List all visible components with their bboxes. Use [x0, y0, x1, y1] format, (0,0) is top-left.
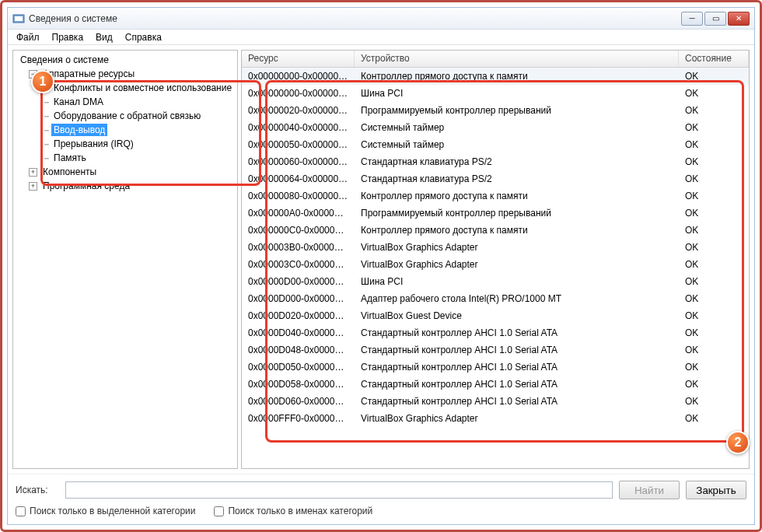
cell-device: Стандартный контроллер AHCI 1.0 Serial A…	[355, 360, 679, 374]
cell-resource: 0x0000D000-0x0000D0...	[242, 292, 355, 306]
cell-resource: 0x0000D048-0x0000D0...	[242, 343, 355, 357]
col-status[interactable]: Состояние	[679, 51, 749, 67]
tree-memory[interactable]: ⋯Память	[15, 151, 236, 165]
cell-status: OK	[679, 240, 749, 254]
minimize-button[interactable]: ─	[681, 12, 703, 26]
cell-device: Адаптер рабочего стола Intel(R) PRO/1000…	[355, 292, 679, 306]
menu-help[interactable]: Справка	[120, 30, 167, 44]
table-row[interactable]: 0x00000D00-0x0000FFFFШина PCIOK	[242, 273, 749, 290]
cell-status: OK	[679, 172, 749, 186]
cell-device: Стандартный контроллер AHCI 1.0 Serial A…	[355, 343, 679, 357]
cell-resource: 0x00000000-0x0000000F	[242, 86, 355, 100]
cell-resource: 0x00000050-0x000000...	[242, 138, 355, 152]
tree-pane[interactable]: Сведения о системе −Аппаратные ресурсы ⋯…	[12, 50, 238, 469]
table-row[interactable]: 0x0000D000-0x0000D0...Адаптер рабочего с…	[242, 290, 749, 307]
search-label: Искать:	[16, 485, 59, 495]
tree-dma[interactable]: ⋯Канал DMA	[15, 95, 236, 109]
table-row[interactable]: 0x0000FFF0-0x0000FFFFVirtualBox Graphics…	[242, 410, 749, 427]
table-row[interactable]: 0x00000000-0x0000000FКонтроллер прямого …	[242, 68, 749, 85]
table-row[interactable]: 0x00000020-0x000000...Программируемый ко…	[242, 102, 749, 119]
cell-resource: 0x0000D060-0x0000D0...	[242, 394, 355, 408]
tree-io[interactable]: ⋯Ввод-вывод	[15, 123, 236, 137]
table-row[interactable]: 0x0000D058-0x0000D0...Стандартный контро…	[242, 376, 749, 393]
cell-resource: 0x00000060-0x000000...	[242, 155, 355, 169]
cell-device: Контроллер прямого доступа к памяти	[355, 223, 679, 237]
table-row[interactable]: 0x0000D050-0x0000D0...Стандартный контро…	[242, 359, 749, 376]
expand-icon[interactable]: +	[29, 168, 37, 177]
cell-device: Контроллер прямого доступа к памяти	[355, 69, 679, 83]
cell-device: VirtualBox Graphics Adapter	[355, 411, 679, 425]
menu-view[interactable]: Вид	[90, 30, 118, 44]
cell-device: VirtualBox Graphics Adapter	[355, 257, 679, 271]
search-input[interactable]	[65, 481, 613, 499]
cell-status: OK	[679, 394, 749, 408]
app-icon	[12, 12, 25, 25]
table-pane: Ресурс Устройство Состояние 0x00000000-0…	[241, 50, 750, 469]
table-row[interactable]: 0x000000A0-0x000000...Программируемый ко…	[242, 205, 749, 222]
table-row[interactable]: 0x000003B0-0x000003...VirtualBox Graphic…	[242, 239, 749, 256]
tree-feedback[interactable]: ⋯Оборудование с обратной связью	[15, 109, 236, 123]
cell-status: OK	[679, 121, 749, 135]
cell-status: OK	[679, 343, 749, 357]
titlebar[interactable]: Сведения о системе ─ ▭ ✕	[8, 8, 754, 30]
cell-device: VirtualBox Guest Device	[355, 309, 679, 323]
table-row[interactable]: 0x000003C0-0x000003...VirtualBox Graphic…	[242, 256, 749, 273]
tree-root[interactable]: Сведения о системе	[15, 53, 236, 67]
bottom-panel: Искать: Найти Закрыть Поиск только в выд…	[8, 474, 754, 524]
cell-resource: 0x00000020-0x000000...	[242, 103, 355, 117]
table-row[interactable]: 0x00000040-0x000000...Системный таймерOK	[242, 119, 749, 136]
close-search-button[interactable]: Закрыть	[686, 481, 746, 499]
expand-icon[interactable]: +	[29, 182, 37, 191]
cell-status: OK	[679, 275, 749, 289]
cell-device: Стандартный контроллер AHCI 1.0 Serial A…	[355, 326, 679, 340]
table-row[interactable]: 0x00000060-0x000000...Стандартная клавиа…	[242, 153, 749, 170]
table-row[interactable]: 0x0000D040-0x0000D0...Стандартный контро…	[242, 324, 749, 341]
table-body[interactable]: 0x00000000-0x0000000FКонтроллер прямого …	[242, 68, 749, 468]
cell-resource: 0x000003C0-0x000003...	[242, 257, 355, 271]
table-row[interactable]: 0x0000D020-0x0000D0...VirtualBox Guest D…	[242, 307, 749, 324]
cell-resource: 0x0000D020-0x0000D0...	[242, 309, 355, 323]
cell-status: OK	[679, 138, 749, 152]
cell-status: OK	[679, 309, 749, 323]
menu-file[interactable]: Файл	[11, 30, 45, 44]
tree-software[interactable]: +Программная среда	[15, 179, 236, 193]
cell-device: Стандартная клавиатура PS/2	[355, 172, 679, 186]
cell-resource: 0x00000040-0x000000...	[242, 121, 355, 135]
table-row[interactable]: 0x000000C0-0x000000...Контроллер прямого…	[242, 222, 749, 239]
menu-edit[interactable]: Правка	[47, 30, 89, 44]
cell-resource: 0x0000D050-0x0000D0...	[242, 360, 355, 374]
table-row[interactable]: 0x0000D048-0x0000D0...Стандартный контро…	[242, 341, 749, 359]
cell-status: OK	[679, 103, 749, 117]
cell-device: Стандартный контроллер AHCI 1.0 Serial A…	[355, 377, 679, 391]
cell-status: OK	[679, 189, 749, 203]
maximize-button[interactable]: ▭	[704, 12, 726, 26]
close-button[interactable]: ✕	[728, 12, 750, 26]
chk-category-names[interactable]: Поиск только в именах категорий	[214, 506, 372, 516]
cell-device: VirtualBox Graphics Adapter	[355, 240, 679, 254]
cell-device: Программируемый контроллер прерываний	[355, 103, 679, 117]
cell-device: Шина PCI	[355, 275, 679, 289]
table-row[interactable]: 0x00000064-0x000000...Стандартная клавиа…	[242, 170, 749, 187]
window: Сведения о системе ─ ▭ ✕ Файл Правка Вид…	[7, 7, 755, 525]
table-row[interactable]: 0x00000000-0x0000000FШина PCIOK	[242, 85, 749, 102]
find-button[interactable]: Найти	[619, 481, 680, 499]
table-header[interactable]: Ресурс Устройство Состояние	[242, 51, 749, 68]
cell-resource: 0x00000064-0x000000...	[242, 172, 355, 186]
cell-device: Шина PCI	[355, 86, 679, 100]
cell-status: OK	[679, 377, 749, 391]
table-row[interactable]: 0x00000080-0x0000008FКонтроллер прямого …	[242, 187, 749, 205]
cell-resource: 0x000000A0-0x000000...	[242, 206, 355, 220]
cell-resource: 0x00000D00-0x0000FFFF	[242, 275, 355, 289]
tree-irq[interactable]: ⋯Прерывания (IRQ)	[15, 137, 236, 151]
cell-status: OK	[679, 223, 749, 237]
cell-resource: 0x0000D040-0x0000D0...	[242, 326, 355, 340]
cell-device: Системный таймер	[355, 121, 679, 135]
col-device[interactable]: Устройство	[355, 51, 679, 67]
table-row[interactable]: 0x00000050-0x000000...Системный таймерOK	[242, 136, 749, 153]
chk-selected-category[interactable]: Поиск только в выделенной категории	[16, 506, 195, 516]
cell-device: Стандартный контроллер AHCI 1.0 Serial A…	[355, 394, 679, 408]
table-row[interactable]: 0x0000D060-0x0000D0...Стандартный контро…	[242, 393, 749, 410]
tree-components[interactable]: +Компоненты	[15, 165, 236, 179]
cell-device: Стандартная клавиатура PS/2	[355, 155, 679, 169]
col-resource[interactable]: Ресурс	[242, 51, 355, 67]
